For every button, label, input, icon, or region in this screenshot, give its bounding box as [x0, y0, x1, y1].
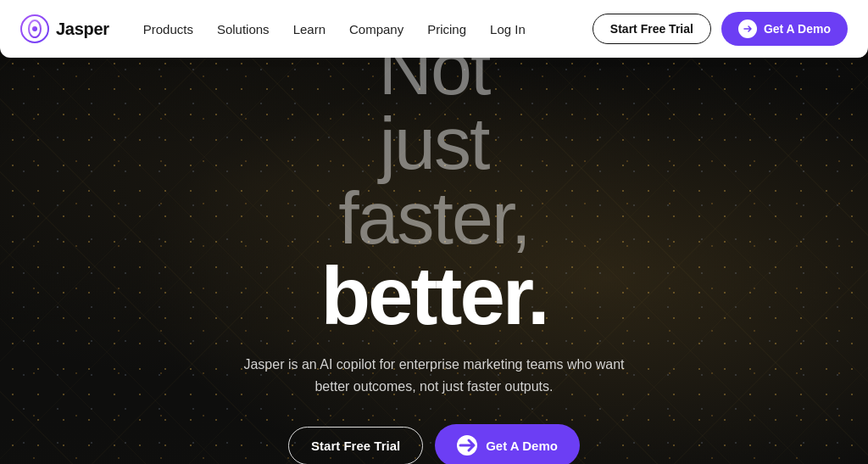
nav-links: Products Solutions Learn Company Pricing…	[143, 22, 593, 36]
hero-section: Not just faster, better. Jasper is an AI…	[0, 0, 868, 464]
nav-demo-arrow-icon	[738, 20, 757, 38]
hero-headline-bold: better.	[226, 255, 642, 337]
nav-actions: Start Free Trial Get A Demo	[593, 12, 848, 46]
hero-demo-button[interactable]: Get A Demo	[435, 424, 580, 464]
hero-headline-top: Not just faster,	[226, 31, 642, 255]
hero-trial-button[interactable]: Start Free Trial	[288, 427, 423, 464]
nav-products[interactable]: Products	[143, 22, 193, 36]
hero-actions: Start Free Trial Get A Demo	[226, 424, 642, 464]
hero-content: Not just faster, better. Jasper is an AI…	[226, 0, 642, 464]
nav-login[interactable]: Log In	[490, 22, 526, 36]
nav-company[interactable]: Company	[349, 22, 403, 36]
brand-name: Jasper	[56, 20, 109, 39]
logo-area[interactable]: Jasper	[20, 14, 109, 43]
navbar: Jasper Products Solutions Learn Company …	[0, 0, 868, 58]
nav-demo-button[interactable]: Get A Demo	[721, 12, 848, 46]
nav-trial-button[interactable]: Start Free Trial	[593, 14, 711, 44]
hero-subtext: Jasper is an AI copilot for enterprise m…	[226, 354, 642, 397]
nav-solutions[interactable]: Solutions	[217, 22, 270, 36]
nav-pricing[interactable]: Pricing	[427, 22, 466, 36]
arrow-icon	[457, 435, 477, 456]
jasper-logo-icon	[20, 14, 49, 43]
nav-learn[interactable]: Learn	[293, 22, 326, 36]
svg-point-2	[32, 26, 37, 31]
